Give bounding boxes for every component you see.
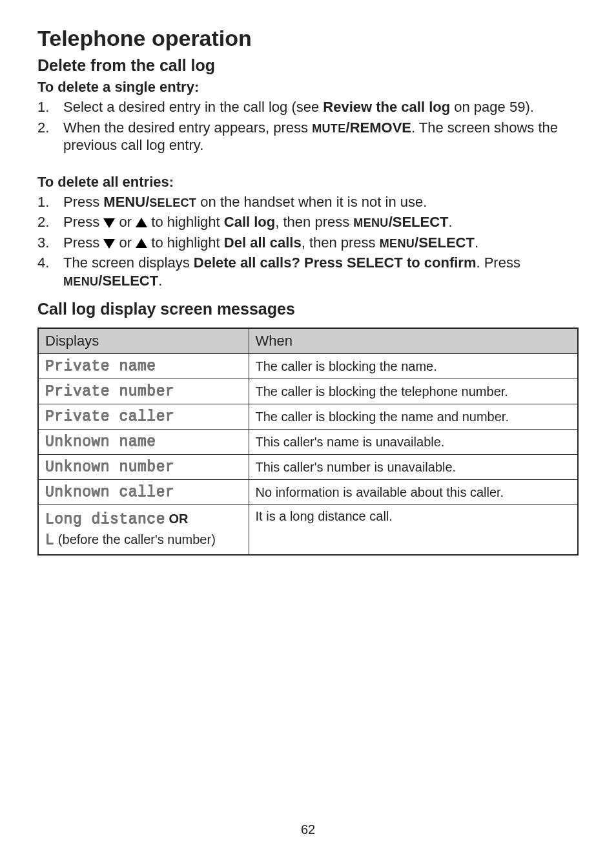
when-text: The caller is blocking the name. [249,354,578,379]
table-row: Private number The caller is blocking th… [38,379,578,404]
section-delete-heading: Delete from the call log [37,56,579,75]
when-text: This caller's name is unavailable. [249,430,578,455]
page-number: 62 [0,822,616,837]
list-item: 1. Select a desired entry in the call lo… [37,98,579,116]
list-item: 2. Press or to highlight Call log, then … [37,213,579,231]
display-text: Long distance [45,511,165,528]
list-item: 2. When the desired entry appears, press… [37,119,579,154]
step-text: . [158,273,162,289]
display-text: Private number [45,383,174,400]
section-messages-heading: Call log display screen messages [37,300,579,318]
note-text: (before the caller's number) [54,532,215,546]
step-number: 1. [37,193,49,211]
all-entries-steps: 1. Press MENU/SELECT on the handset when… [37,193,579,290]
step-text: Select a desired entry in the call log (… [63,99,323,115]
key-smallcaps: MUTE [312,122,345,135]
messages-table: Displays When Private name The caller is… [37,328,579,556]
step-text: . [449,214,453,230]
down-arrow-icon [103,239,115,249]
when-text: No information is available about this c… [249,480,578,505]
step-number: 2. [37,119,49,137]
table-row: Unknown caller No information is availab… [38,480,578,505]
display-text: Private caller [45,408,174,425]
step-text: , then press [275,214,353,230]
step-number: 3. [37,234,49,252]
step-text: Press [63,234,103,251]
table-row: Unknown number This caller's number is u… [38,455,578,480]
table-row: Private name The caller is blocking the … [38,354,578,379]
key-bold: /SELECT [415,234,475,251]
display-text: Unknown number [45,459,174,475]
ref-bold: Review the call log [323,99,450,115]
key-smallcaps: SELECT [149,196,196,209]
when-text: The caller is blocking the name and numb… [249,404,578,430]
display-text: Private name [45,358,156,375]
step-text: When the desired entry appears, press [63,120,312,136]
step-text: . Press [476,255,520,271]
page-title: Telephone operation [37,26,579,51]
step-text: or [115,214,136,230]
step-number: 2. [37,213,49,231]
sub-all-entries-heading: To delete all entries: [37,174,579,191]
down-arrow-icon [103,218,115,228]
up-arrow-icon [136,218,147,227]
when-text: This caller's number is unavailable. [249,455,578,480]
step-text: or [115,234,136,251]
step-number: 4. [37,254,49,272]
step-text: The screen displays [63,255,194,271]
key-smallcaps: MENU [380,237,415,250]
table-row: Unknown name This caller's name is unava… [38,430,578,455]
step-text: , then press [302,234,380,251]
when-text: It is a long distance call. [249,505,578,556]
prefix-char: L [45,532,54,548]
step-text: . [475,234,478,251]
step-text: to highlight [147,214,224,230]
sub-single-entry-heading: To delete a single entry: [37,79,579,96]
table-header-row: Displays When [38,328,578,354]
single-entry-steps: 1. Select a desired entry in the call lo… [37,98,579,154]
list-item: 3. Press or to highlight Del all calls, … [37,234,579,252]
display-text: Unknown name [45,433,156,450]
or-text: OR [165,512,189,526]
up-arrow-icon [136,238,147,248]
when-text: The caller is blocking the telephone num… [249,379,578,404]
screen-message-bold: Delete all calls? Press SELECT to confir… [194,255,477,271]
column-header-when: When [249,328,578,354]
key-smallcaps: MENU [63,275,98,288]
list-item: 1. Press MENU/SELECT on the handset when… [37,193,579,211]
menu-bold: Call log [224,214,275,230]
key-bold: /SELECT [389,214,449,230]
key-bold: MENU/ [103,194,149,210]
menu-bold: Del all calls [224,234,302,251]
column-header-displays: Displays [38,328,249,354]
step-text: Press [63,194,103,210]
step-text: to highlight [147,234,224,251]
list-item: 4. The screen displays Delete all calls?… [37,254,579,289]
step-text: on the handset when it is not in use. [196,194,427,210]
step-text: Press [63,214,103,230]
step-number: 1. [37,98,49,116]
key-smallcaps: MENU [353,216,388,229]
key-bold: /SELECT [98,273,158,289]
table-row: Long distance OR L (before the caller's … [38,505,578,556]
step-text: on page 59). [450,99,534,115]
key-bold: /REMOVE [346,120,411,136]
display-text: Unknown caller [45,484,174,501]
table-row: Private caller The caller is blocking th… [38,404,578,430]
